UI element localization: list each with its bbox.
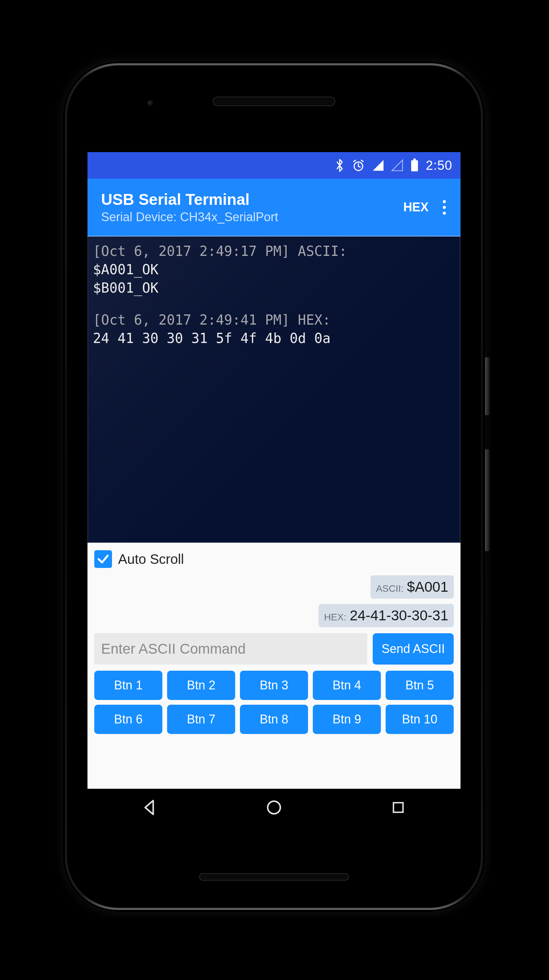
svg-point-3 — [267, 801, 280, 814]
phone-volume-button — [485, 449, 490, 551]
macro-button-grid: Btn 1 Btn 2 Btn 3 Btn 4 Btn 5 Btn 6 Btn … — [94, 671, 454, 740]
battery-icon — [410, 159, 419, 172]
status-time: 2:50 — [426, 158, 452, 173]
value-chips: ASCII: $A001 HEX: 24-41-30-30-31 — [94, 576, 454, 633]
status-bar: 2:50 — [88, 152, 460, 179]
mode-toggle-button[interactable]: HEX — [397, 197, 434, 218]
nav-back-button[interactable] — [123, 798, 177, 817]
app-bar: USB Serial Terminal Serial Device: CH34x… — [88, 179, 460, 237]
signal-1-icon — [372, 159, 384, 172]
app-bar-titles: USB Serial Terminal Serial Device: CH34x… — [101, 190, 397, 224]
phone-power-button — [485, 357, 490, 415]
nav-recents-button[interactable] — [371, 799, 425, 816]
svg-rect-1 — [411, 160, 418, 172]
auto-scroll-row: Auto Scroll — [94, 548, 454, 576]
auto-scroll-checkbox[interactable] — [94, 550, 112, 568]
macro-button-9[interactable]: Btn 9 — [313, 705, 381, 734]
command-input[interactable] — [94, 633, 367, 665]
macro-button-5[interactable]: Btn 5 — [386, 671, 454, 700]
android-nav-bar — [88, 789, 460, 826]
terminal-output[interactable]: [Oct 6, 2017 2:49:17 PM] ASCII: $A001_OK… — [88, 237, 460, 543]
phone-camera — [147, 100, 154, 107]
macro-button-3[interactable]: Btn 3 — [240, 671, 308, 700]
macro-button-8[interactable]: Btn 8 — [240, 705, 308, 734]
macro-button-7[interactable]: Btn 7 — [167, 705, 235, 734]
command-input-row: Send ASCII — [94, 633, 454, 671]
macro-button-1[interactable]: Btn 1 — [94, 671, 162, 700]
log-timestamp: [Oct 6, 2017 2:49:41 PM] HEX: — [93, 312, 331, 328]
app-title: USB Serial Terminal — [101, 190, 397, 208]
phone-frame: 2:50 USB Serial Terminal Serial Device: … — [63, 61, 485, 912]
ascii-chip-value: $A001 — [407, 579, 448, 595]
phone-inner-frame: 2:50 USB Serial Terminal Serial Device: … — [67, 65, 481, 908]
macro-button-10[interactable]: Btn 10 — [386, 705, 454, 734]
bluetooth-icon — [334, 158, 345, 173]
app-subtitle: Serial Device: CH34x_SerialPort — [101, 210, 397, 224]
log-line: $A001_OK — [93, 262, 159, 277]
send-button[interactable]: Send ASCII — [373, 633, 454, 665]
stage: 2:50 USB Serial Terminal Serial Device: … — [0, 0, 549, 980]
hex-chip-value: 24-41-30-30-31 — [350, 608, 448, 624]
overflow-menu-button[interactable] — [438, 200, 451, 215]
ascii-chip-key: ASCII: — [376, 583, 404, 594]
alarm-icon — [352, 159, 365, 172]
auto-scroll-label: Auto Scroll — [118, 552, 184, 567]
hex-chip[interactable]: HEX: 24-41-30-30-31 — [318, 604, 454, 627]
svg-rect-2 — [413, 159, 416, 160]
log-line: $B001_OK — [93, 280, 159, 296]
svg-rect-4 — [393, 803, 403, 812]
macro-button-6[interactable]: Btn 6 — [94, 705, 162, 734]
phone-earpiece — [213, 97, 335, 106]
device-screen: 2:50 USB Serial Terminal Serial Device: … — [88, 152, 460, 826]
phone-bottom-speaker — [199, 873, 349, 881]
macro-button-2[interactable]: Btn 2 — [167, 671, 235, 700]
log-timestamp: [Oct 6, 2017 2:49:17 PM] ASCII: — [93, 243, 347, 259]
macro-button-4[interactable]: Btn 4 — [313, 671, 381, 700]
hex-chip-key: HEX: — [324, 612, 346, 623]
nav-home-button[interactable] — [247, 798, 301, 817]
signal-2-icon — [391, 159, 403, 172]
ascii-chip[interactable]: ASCII: $A001 — [371, 576, 454, 598]
log-line: 24 41 30 30 31 5f 4f 4b 0d 0a — [93, 331, 331, 346]
controls-area: Auto Scroll ASCII: $A001 HEX: 24-41-30-3… — [88, 543, 460, 740]
